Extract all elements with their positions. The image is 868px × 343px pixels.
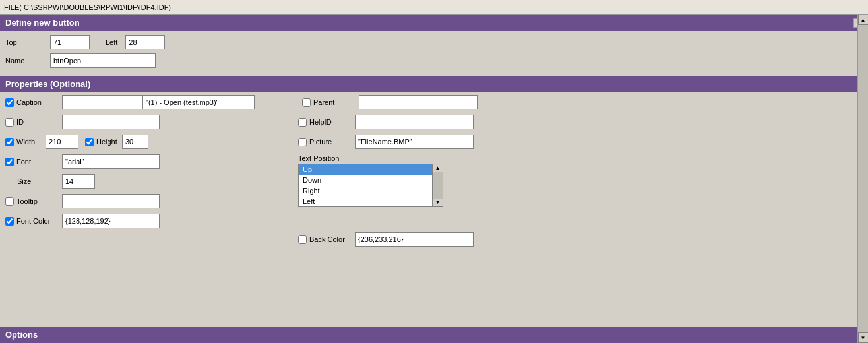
height-label: Height <box>96 138 117 146</box>
option-left[interactable]: Left <box>299 196 432 206</box>
font-color-label: Font Color <box>16 217 50 225</box>
id-label: ID <box>16 118 24 126</box>
properties-header: Properties (Optional) <box>0 76 868 92</box>
helpid-input[interactable] <box>355 115 474 129</box>
name-label: Name <box>5 57 45 65</box>
title-text: FILE( C:\SSRPWI\DOUBLES\RPWI1\IDF\IDF4.I… <box>4 3 171 11</box>
helpid-checkbox-label[interactable]: HelpID <box>298 118 351 127</box>
option-up[interactable]: Up <box>299 164 432 175</box>
properties-content: Caption ID Width <box>0 92 868 252</box>
height-checkbox[interactable] <box>85 138 94 146</box>
caption-value-input[interactable] <box>142 95 255 109</box>
right-props: Parent HelpID Picture <box>142 95 863 249</box>
properties-title: Properties (Optional) <box>5 79 90 89</box>
text-position-label: Text Position <box>298 154 443 162</box>
width-label: Width <box>16 138 35 146</box>
back-color-input[interactable] <box>355 232 474 247</box>
scroll-track-main <box>858 25 869 332</box>
caption-row: Caption <box>5 95 137 109</box>
helpid-checkbox[interactable] <box>298 118 307 127</box>
caption-checkbox[interactable] <box>5 98 14 107</box>
define-button-title: Define new button <box>5 18 80 28</box>
picture-label: Picture <box>309 138 332 146</box>
helpid-label: HelpID <box>309 118 332 126</box>
caption-value-row: Parent <box>142 95 863 109</box>
caption-checkbox-label[interactable]: Caption <box>5 98 58 107</box>
id-checkbox[interactable] <box>5 118 14 127</box>
top-left-row: Top Left <box>5 35 863 49</box>
font-row: Font <box>5 154 137 169</box>
font-color-checkbox[interactable] <box>5 217 14 226</box>
parent-input[interactable] <box>359 95 478 109</box>
text-position-list[interactable]: Up Down Right Left <box>298 164 433 207</box>
id-row: ID <box>5 115 137 129</box>
size-input[interactable] <box>62 174 95 189</box>
picture-checkbox-label[interactable]: Picture <box>298 138 351 146</box>
tooltip-row: Tooltip <box>5 194 137 208</box>
font-color-checkbox-label[interactable]: Font Color <box>5 217 58 226</box>
font-checkbox[interactable] <box>5 158 14 166</box>
main-container: Define new button ▲ Top Left Name Proper… <box>0 15 868 343</box>
name-row: Name <box>5 53 863 68</box>
width-checkbox-label[interactable]: Width <box>5 138 42 146</box>
name-input[interactable] <box>50 53 156 68</box>
caption-label: Caption <box>16 98 42 106</box>
size-row: Size <box>5 174 137 189</box>
scroll-down-arrow[interactable]: ▼ <box>435 199 441 206</box>
font-color-row: Font Color <box>5 214 137 228</box>
top-label: Top <box>5 38 45 46</box>
scroll-down[interactable]: ▼ <box>858 332 869 343</box>
tooltip-checkbox[interactable] <box>5 197 14 206</box>
parent-checkbox[interactable] <box>302 98 311 107</box>
option-down[interactable]: Down <box>299 175 432 185</box>
back-color-value-row: Back Color <box>142 232 863 247</box>
scroll-track <box>433 172 443 199</box>
tooltip-label: Tooltip <box>16 197 38 205</box>
define-button-header: Define new button ▲ <box>0 15 868 31</box>
font-checkbox-label[interactable]: Font <box>5 158 58 166</box>
back-color-label: Back Color <box>309 235 345 243</box>
parent-label: Parent <box>313 98 334 106</box>
scroll-up-arrow[interactable]: ▲ <box>435 164 441 172</box>
width-height-row: Width Height <box>5 135 137 149</box>
main-scrollbar[interactable]: ▲ ▼ <box>857 15 868 343</box>
width-input[interactable] <box>46 135 78 149</box>
back-color-checkbox-label[interactable]: Back Color <box>298 235 351 244</box>
title-bar: FILE( C:\SSRPWI\DOUBLES\RPWI1\IDF\IDF4.I… <box>0 0 868 15</box>
font-label: Font <box>16 158 31 166</box>
height-checkbox-label[interactable]: Height <box>85 138 118 146</box>
top-input[interactable] <box>50 35 90 49</box>
picture-row: Picture <box>142 135 863 149</box>
parent-checkbox-label[interactable]: Parent <box>302 98 355 107</box>
left-input[interactable] <box>125 35 165 49</box>
back-color-checkbox[interactable] <box>298 235 307 244</box>
top-form: Top Left Name <box>0 31 868 76</box>
left-label: Left <box>106 38 117 46</box>
left-props: Caption ID Width <box>5 95 137 249</box>
id-value-row: HelpID <box>142 115 863 129</box>
option-right[interactable]: Right <box>299 185 432 196</box>
width-checkbox[interactable] <box>5 138 14 146</box>
dropdown-scrollbar[interactable]: ▲ ▼ <box>433 164 443 207</box>
scroll-up[interactable]: ▲ <box>858 15 869 25</box>
text-position-row: Text Position Up Down Right Left ▲ ▼ <box>142 154 863 207</box>
size-label: Size <box>5 177 58 185</box>
options-header: Options <box>0 327 868 343</box>
id-checkbox-label[interactable]: ID <box>5 118 58 127</box>
tooltip-checkbox-label[interactable]: Tooltip <box>5 197 58 206</box>
options-title: Options <box>5 330 38 340</box>
picture-input[interactable] <box>355 135 474 149</box>
picture-checkbox[interactable] <box>298 138 307 146</box>
text-position-dropdown[interactable]: Up Down Right Left ▲ ▼ <box>298 164 443 207</box>
